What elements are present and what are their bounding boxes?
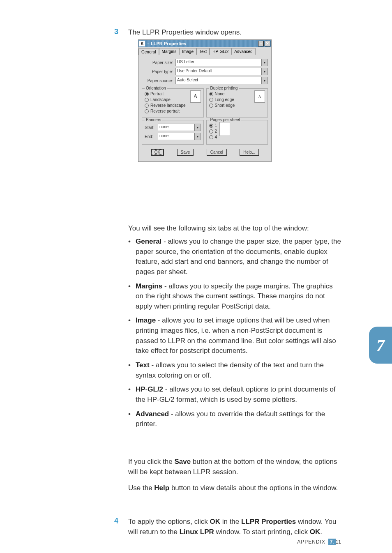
radio-rev-portrait[interactable] xyxy=(145,109,149,113)
banner-end-combo[interactable]: none xyxy=(158,133,194,140)
list-item: General - allows you to change the paper… xyxy=(136,237,341,277)
radio-pps-1[interactable] xyxy=(209,124,213,128)
list-item: Text - allows you to select the density … xyxy=(136,360,341,380)
radio-label: 2 xyxy=(215,129,217,134)
step-3-number: 3 xyxy=(114,28,118,36)
dialog-titlebar: K → LLPR Properties ▫ ✕ xyxy=(138,40,271,47)
step-4-number: 4 xyxy=(114,517,118,525)
paper-source-label: Paper source: xyxy=(142,78,175,83)
chevron-down-icon[interactable]: ▾ xyxy=(261,77,268,84)
chevron-down-icon[interactable]: ▾ xyxy=(194,124,201,131)
tabs-intro-text: You will see the following six tabs at t… xyxy=(128,224,341,234)
radio-label: 1 xyxy=(215,123,217,128)
radio-rev-landscape[interactable] xyxy=(145,104,149,108)
tab-general[interactable]: General xyxy=(138,48,159,55)
ok-button[interactable]: OK xyxy=(151,149,164,156)
list-item: Margins - allows you to specify the page… xyxy=(136,281,341,312)
banners-legend: Banners xyxy=(145,118,162,122)
radio-portrait[interactable] xyxy=(145,92,149,96)
radio-label: None xyxy=(215,92,225,96)
dialog-arrow-icon: → xyxy=(146,41,150,46)
radio-duplex-none[interactable] xyxy=(209,92,213,96)
radio-pps-2[interactable] xyxy=(209,129,213,134)
save-note: If you click the Save button at the bott… xyxy=(128,457,341,477)
radio-label: Reverse portrait xyxy=(150,109,180,113)
dialog-buttons: OK Save Cancel Help... xyxy=(142,145,268,157)
llpr-dialog: K → LLPR Properties ▫ ✕ General Margins … xyxy=(138,39,272,162)
radio-landscape[interactable] xyxy=(145,98,149,102)
banners-group: Banners Start:none▾ End:none▾ xyxy=(142,120,204,145)
window-icon: K xyxy=(139,41,145,46)
list-item: Advanced - allows you to override the de… xyxy=(136,409,341,429)
tab-text[interactable]: Text xyxy=(196,48,210,55)
dialog-tabs: General Margins Image Text HP-GL/2 Advan… xyxy=(138,47,271,55)
chapter-tab: 7 xyxy=(369,327,392,364)
radio-pps-4[interactable] xyxy=(209,135,213,139)
dialog-title: LLPR Properties xyxy=(151,41,186,46)
bullet-icon: • xyxy=(128,316,136,356)
radio-duplex-long[interactable] xyxy=(209,98,213,102)
tab-advanced[interactable]: Advanced xyxy=(231,48,255,55)
bullet-icon: • xyxy=(128,385,136,405)
paper-type-combo[interactable]: Use Printer Default xyxy=(175,68,261,75)
paper-source-combo[interactable]: Auto Select xyxy=(175,77,261,84)
pps-preview-icon xyxy=(219,122,230,136)
duplex-preview: A xyxy=(254,90,265,103)
radio-label: 4 xyxy=(215,135,217,139)
banner-start-label: Start: xyxy=(145,125,158,130)
orientation-legend: Orientation xyxy=(145,86,167,90)
page-number-badge: 7. xyxy=(328,539,336,545)
chevron-down-icon[interactable]: ▾ xyxy=(261,68,268,75)
radio-label: Portrait xyxy=(150,92,164,96)
bullet-icon: • xyxy=(128,409,136,429)
help-note: Use the Help button to view details abou… xyxy=(128,483,341,493)
step-4-text: To apply the options, click OK in the LL… xyxy=(128,517,341,537)
tab-hpgl2[interactable]: HP-GL/2 xyxy=(210,48,231,55)
pps-legend: Pages per sheet xyxy=(209,118,242,122)
tab-image[interactable]: Image xyxy=(179,48,196,55)
dialog-panel: Paper size: US Letter▾ Paper type: Use P… xyxy=(138,55,271,161)
banner-end-label: End: xyxy=(145,134,158,139)
list-item: HP-GL/2 - allows you to set default opti… xyxy=(136,385,341,405)
bullet-icon: • xyxy=(128,360,136,380)
tab-descriptions-list: •General - allows you to change the pape… xyxy=(128,237,341,433)
radio-label: Short edge xyxy=(215,103,235,108)
chevron-down-icon[interactable]: ▾ xyxy=(194,133,201,140)
paper-type-label: Paper type: xyxy=(142,69,175,74)
radio-label: Landscape xyxy=(150,97,171,102)
duplex-group: Duplex printing None Long edge Short edg… xyxy=(206,88,268,118)
orientation-preview: A xyxy=(190,90,201,103)
page-number-suffix: 11 xyxy=(336,539,341,545)
pps-group: Pages per sheet 1 2 4 xyxy=(206,120,268,145)
close-icon[interactable]: ✕ xyxy=(265,41,270,46)
save-button[interactable]: Save xyxy=(177,149,194,156)
paper-size-combo[interactable]: US Letter xyxy=(175,59,261,66)
page-footer: APPENDIX 7.11 xyxy=(0,539,341,545)
tab-margins[interactable]: Margins xyxy=(159,48,180,55)
chevron-down-icon[interactable]: ▾ xyxy=(261,59,268,66)
footer-label: APPENDIX xyxy=(297,539,325,545)
help-button[interactable]: Help... xyxy=(240,149,259,156)
bullet-icon: • xyxy=(128,281,136,312)
list-item: Image - allows you to set image options … xyxy=(136,316,341,356)
radio-duplex-short[interactable] xyxy=(209,104,213,108)
orientation-group: Orientation Portrait Landscape Reverse l… xyxy=(142,88,204,118)
step-3-intro: The LLPR Properties window opens. xyxy=(128,28,242,37)
bullet-icon: • xyxy=(128,237,136,277)
paper-size-label: Paper size: xyxy=(142,60,175,65)
radio-label: Long edge xyxy=(215,97,234,102)
cancel-button[interactable]: Cancel xyxy=(207,149,227,156)
duplex-legend: Duplex printing xyxy=(209,86,239,90)
maximize-icon[interactable]: ▫ xyxy=(258,41,264,46)
banner-start-combo[interactable]: none xyxy=(158,124,194,131)
radio-label: Reverse landscape xyxy=(150,103,186,108)
